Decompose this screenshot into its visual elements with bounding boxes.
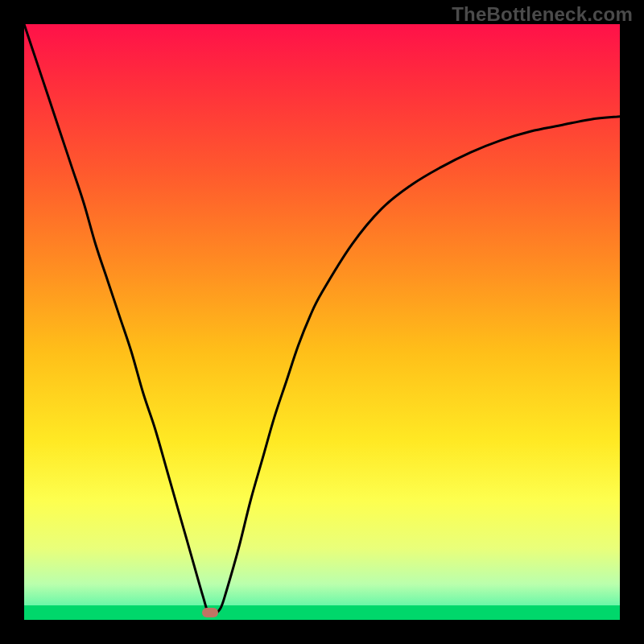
chart-frame: TheBottleneck.com (0, 0, 644, 644)
bottleneck-curve-path (24, 24, 620, 616)
bottleneck-curve-svg (24, 24, 620, 620)
watermark-text: TheBottleneck.com (452, 3, 633, 26)
plot-area (24, 24, 620, 620)
vertex-marker (202, 608, 218, 617)
